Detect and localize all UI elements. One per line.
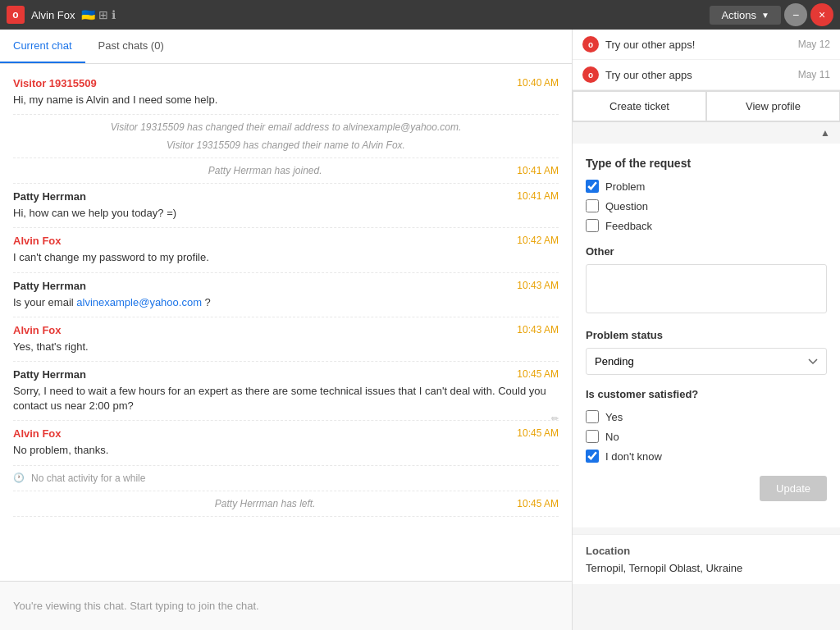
edit-icon: ✏ <box>551 413 559 424</box>
system-message: Visitor 19315509 has changed their email… <box>13 118 559 136</box>
checkbox-feedback[interactable]: Feedback <box>586 219 827 232</box>
update-button[interactable]: Update <box>760 476 827 501</box>
checkbox-question[interactable]: Question <box>586 199 827 212</box>
message-text: Yes, that's right. <box>13 340 559 354</box>
other-label: Other <box>586 245 827 258</box>
message-row: Patty Herrman 10:45 AM Sorry, I need to … <box>13 362 559 421</box>
section-collapse-header[interactable]: ▲ <box>573 122 840 144</box>
notif-text: Try our other apps <box>605 69 792 81</box>
notifications: o Try our other apps! May 12 o Try our o… <box>573 30 840 91</box>
sender-name: Alvin Fox <box>13 235 62 247</box>
system-message-row: Visitor 19315509 has changed their email… <box>13 115 559 158</box>
message-header: Patty Herrman 10:41 AM <box>13 190 559 203</box>
message-text: Hi, how can we help you today? =) <box>13 206 559 221</box>
sender-name: Alvin Fox <box>13 324 62 336</box>
message-text: Is your email alvinexample@yahoo.com ? <box>13 295 559 310</box>
sender-name: Alvin Fox <box>13 427 62 440</box>
no-checkbox[interactable] <box>586 430 599 443</box>
tab-past-chats[interactable]: Past chats (0) <box>85 30 177 63</box>
no-activity-row: 🕐 No chat activity for a while <box>13 466 559 491</box>
problem-label: Problem <box>605 180 645 193</box>
create-ticket-button[interactable]: Create ticket <box>573 91 706 121</box>
clock-icon: 🕐 <box>13 472 25 483</box>
chat-input-area[interactable]: You're viewing this chat. Start typing t… <box>0 581 572 630</box>
message-header: Alvin Fox 10:43 AM <box>13 324 559 336</box>
system-time: 10:45 AM <box>517 498 559 509</box>
message-time: 10:45 AM <box>517 368 559 381</box>
info-icon[interactable]: ℹ <box>112 8 116 21</box>
dont-know-checkbox[interactable] <box>586 450 599 463</box>
message-text: No problem, thanks. <box>13 443 559 458</box>
no-label: No <box>605 431 619 443</box>
system-joined-row: Patty Herrman has joined. 10:41 AM <box>13 158 559 184</box>
message-row: Alvin Fox 10:45 AM No problem, thanks. <box>13 421 559 465</box>
yes-label: Yes <box>605 411 623 423</box>
message-time: 10:43 AM <box>517 324 559 336</box>
system-joined-message: Patty Herrman has joined. <box>13 162 517 180</box>
chat-input-placeholder: You're viewing this chat. Start typing t… <box>13 600 259 612</box>
satisfied-checkboxes: Yes No I don't know <box>586 410 827 463</box>
message-row: Alvin Fox 10:42 AM I can't change my pas… <box>13 228 559 272</box>
question-checkbox[interactable] <box>586 199 599 212</box>
yes-checkbox[interactable] <box>586 410 599 423</box>
message-text: Hi, my name is Alvin and I need some hel… <box>13 93 559 107</box>
message-row: Visitor 19315509 10:40 AM Hi, my name is… <box>13 71 559 115</box>
notif-icon: o <box>582 36 599 52</box>
app-logo: o <box>7 6 25 24</box>
email-link[interactable]: alvinexample@yahoo.com <box>76 296 202 308</box>
actions-label: Actions <box>721 9 756 21</box>
system-message: Visitor 19315509 has changed their name … <box>13 136 559 154</box>
past-chats-label: Past chats (0) <box>98 39 164 52</box>
notif-icon: o <box>582 66 599 83</box>
location-section: Location Ternopil, Ternopil Oblast, Ukra… <box>573 534 840 584</box>
location-title: Location <box>586 545 827 557</box>
tab-current-chat[interactable]: Current chat <box>0 30 85 63</box>
form-title: Type of the request <box>586 157 827 170</box>
message-text: Sorry, I need to wait a few hours for an… <box>13 384 559 413</box>
notif-date: May 12 <box>798 39 830 50</box>
message-header: Alvin Fox 10:42 AM <box>13 235 559 247</box>
notification-item[interactable]: o Try our other apps May 11 <box>573 60 840 90</box>
dont-know-label: I don't know <box>605 450 662 463</box>
notif-text: Try our other apps! <box>605 39 792 51</box>
titlebar: o Alvin Fox 🇺🇦 ⊞ ℹ Actions ▼ − × <box>0 0 840 30</box>
message-time: 10:42 AM <box>517 235 559 247</box>
feedback-label: Feedback <box>605 220 652 232</box>
system-left-message: Patty Herrman has left. <box>13 495 517 513</box>
request-type-checkboxes: Problem Question Feedback <box>586 180 827 232</box>
checkbox-yes[interactable]: Yes <box>586 410 827 423</box>
feedback-checkbox[interactable] <box>586 219 599 232</box>
other-textarea[interactable] <box>586 264 827 313</box>
system-time: 10:41 AM <box>517 165 559 176</box>
create-ticket-label: Create ticket <box>609 100 669 112</box>
chevron-up-icon: ▲ <box>820 127 830 139</box>
question-label: Question <box>605 200 648 212</box>
message-time: 10:41 AM <box>517 190 559 203</box>
view-profile-button[interactable]: View profile <box>706 91 840 121</box>
app-name: Alvin Fox <box>31 9 75 21</box>
message-time: 10:43 AM <box>517 280 559 292</box>
system-left-row: Patty Herrman has left. 10:45 AM <box>13 491 559 517</box>
sender-name: Patty Herrman <box>13 190 86 203</box>
flag-ukraine: 🇺🇦 <box>81 8 95 21</box>
tab-bar: Current chat Past chats (0) <box>0 30 572 64</box>
minimize-button[interactable]: − <box>784 3 807 26</box>
checkbox-problem[interactable]: Problem <box>586 180 827 193</box>
close-button[interactable]: × <box>810 3 833 26</box>
sender-name: Patty Herrman <box>13 368 86 381</box>
main-layout: Current chat Past chats (0) Visitor 1931… <box>0 30 840 630</box>
checkbox-dont-know[interactable]: I don't know <box>586 450 827 463</box>
settings-icon[interactable]: ⊞ <box>98 8 108 21</box>
problem-checkbox[interactable] <box>586 180 599 193</box>
message-header: Alvin Fox 10:45 AM <box>13 427 559 440</box>
checkbox-no[interactable]: No <box>586 430 827 443</box>
notif-date: May 11 <box>798 69 830 80</box>
actions-button[interactable]: Actions ▼ <box>710 6 781 25</box>
status-select[interactable]: Pending Open Closed <box>586 348 827 375</box>
notification-item[interactable]: o Try our other apps! May 12 <box>573 30 840 60</box>
no-activity: 🕐 No chat activity for a while <box>13 469 559 487</box>
problem-status-label: Problem status <box>586 329 827 341</box>
right-panel: o Try our other apps! May 12 o Try our o… <box>573 30 840 630</box>
sender-name: Patty Herrman <box>13 280 86 292</box>
message-row: Alvin Fox 10:43 AM Yes, that's right. <box>13 317 559 362</box>
